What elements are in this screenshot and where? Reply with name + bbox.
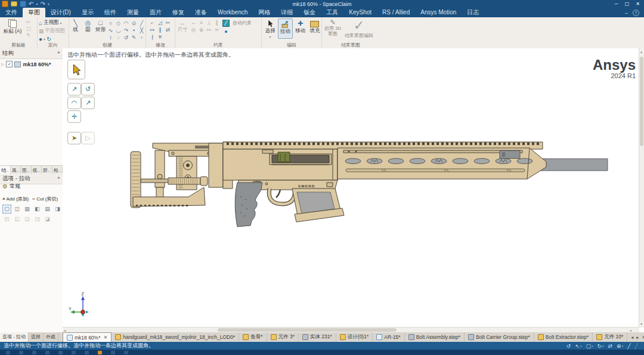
- document-tab[interactable]: Bolt Extractor.step*: [534, 332, 593, 342]
- document-tab[interactable]: Bolt Carrier Group.step*: [465, 332, 534, 342]
- cut-icon[interactable]: ✂: [26, 19, 31, 25]
- menu-tab-RS / Allied[interactable]: RS / Allied: [377, 8, 415, 17]
- bend-icon[interactable]: ≀: [107, 34, 114, 41]
- menu-tab-详细[interactable]: 详细: [275, 8, 298, 17]
- pull-option-full-round-icon[interactable]: ◳: [33, 215, 42, 224]
- document-tab[interactable]: 实体 231*: [299, 332, 336, 342]
- menu-tab-草图[interactable]: 草图: [23, 8, 45, 17]
- rifle-bolt-accent[interactable]: [278, 152, 290, 162]
- rectangle-tool-button[interactable]: □矩形: [94, 19, 107, 41]
- menu-tab-准备[interactable]: 准备: [190, 8, 212, 17]
- menu-tab-面片[interactable]: 面片: [144, 8, 167, 17]
- project-icon[interactable]: ✎: [130, 34, 138, 41]
- undo-view-icon[interactable]: ↺: [566, 343, 571, 349]
- document-tab[interactable]: 元件 10*: [593, 332, 627, 342]
- tangent-arc-icon[interactable]: ↷: [122, 27, 130, 34]
- pull-option-copy-icon[interactable]: ◫: [13, 205, 21, 214]
- measure-line-icon[interactable]: ╱: [635, 343, 638, 349]
- pull-option-ruled-icon[interactable]: ◧: [33, 205, 42, 214]
- rifle-stock-hinge[interactable]: [209, 143, 223, 187]
- sketch-line-icon[interactable]: ╱: [627, 343, 630, 349]
- center-circle-icon[interactable]: ⊙: [130, 20, 138, 27]
- perpendicular-constraint-icon[interactable]: ⊥: [205, 19, 213, 26]
- copy-icon[interactable]: ∤: [148, 33, 156, 41]
- taskbar-app-4[interactable]: [45, 351, 49, 354]
- tabs-scroll-left-icon[interactable]: ◂: [631, 335, 633, 340]
- menu-tab-Ansys Motion[interactable]: Ansys Motion: [415, 8, 462, 17]
- document-tab[interactable]: Bolt Assembly.step*: [405, 332, 465, 342]
- horizontal-scrollbar[interactable]: ◂ ▸: [63, 327, 639, 332]
- pull-tool-ribbon-button[interactable]: 拉动: [278, 18, 292, 39]
- box-select-icon[interactable]: ▢▾: [586, 343, 593, 349]
- circle-tool-button[interactable]: ◎圆: [82, 19, 94, 41]
- menu-tab-网格[interactable]: 网格: [253, 8, 275, 17]
- document-tab[interactable]: mk18 60%*✕: [63, 332, 112, 342]
- extend-icon[interactable]: ↦: [148, 26, 156, 33]
- help-icon[interactable]: ?: [633, 10, 639, 16]
- zoom-view-icon[interactable]: ⊕▾: [617, 343, 623, 349]
- cut-option[interactable]: − Cut (剪切): [32, 196, 58, 202]
- grid-icon[interactable]: ▫: [138, 34, 145, 41]
- taskbar-app-3[interactable]: [32, 351, 36, 354]
- symmetry-constraint-icon[interactable]: ≍: [213, 26, 221, 33]
- coincident-constraint-icon[interactable]: ⊕: [197, 26, 205, 33]
- line-tool-button[interactable]: ╲线: [69, 19, 82, 41]
- model-viewport[interactable]: 选中并拖动一个面进行偏移。选中并拖动一条边将其变成圆角。 ↗ ↺ ◠ ↗ ✛ ➤…: [63, 48, 644, 332]
- taskbar-app-6[interactable]: [72, 351, 76, 354]
- add-option[interactable]: + Add (添加): [2, 196, 29, 202]
- document-tab[interactable]: handguard_mk18_sword_mjolnir_18_inch_LOD…: [112, 332, 239, 342]
- visibility-checkbox[interactable]: ✓: [6, 61, 13, 67]
- general-options-row[interactable]: ⚙ 常规: [2, 183, 20, 190]
- menu-tab-文件[interactable]: 文件: [0, 8, 23, 17]
- minimize-ribbon-icon[interactable]: –: [625, 10, 628, 16]
- rifle-model[interactable]: S.W.O.R.D.: [63, 48, 644, 332]
- mirror-curve-icon[interactable]: ↺: [122, 34, 130, 41]
- taskbar-app-8[interactable]: [111, 351, 115, 354]
- horizontal-scrollbar-thumb[interactable]: [218, 328, 397, 332]
- spline-icon[interactable]: ∿: [107, 27, 114, 34]
- spin-view-icon[interactable]: ↻▾: [597, 343, 603, 349]
- taskbar-app-7[interactable]: [85, 351, 89, 354]
- polygon-icon[interactable]: ◇: [114, 20, 122, 27]
- select-tool-ribbon-button[interactable]: 选择▾: [264, 18, 277, 39]
- fillet-icon[interactable]: ⌐: [148, 19, 156, 26]
- parallel-constraint-icon[interactable]: ∥: [213, 19, 221, 26]
- pull-option-both-sides-icon[interactable]: ◰: [2, 215, 11, 224]
- panel-footer-tab-选择[interactable]: 选择: [29, 332, 44, 342]
- taskbar-app-spaceclaim[interactable]: [98, 351, 102, 354]
- plan-view-button[interactable]: ▦平面视图: [38, 27, 69, 35]
- document-tab[interactable]: 设计(0)1*: [336, 332, 373, 342]
- document-tab[interactable]: AR-15*: [373, 332, 404, 342]
- chamfer-icon[interactable]: ◿: [156, 19, 164, 26]
- taskbar-app-9[interactable]: [124, 351, 128, 354]
- layout-dot-icon[interactable]: ●: [222, 29, 230, 35]
- sweep-arc-icon[interactable]: ◡: [114, 27, 122, 34]
- pull-option-detach-icon[interactable]: ◪: [43, 215, 52, 224]
- document-tab[interactable]: 元件 3*: [267, 332, 299, 342]
- offset-curve-icon[interactable]: ◌: [114, 34, 122, 41]
- options-flyout-icon[interactable]: ▸: [58, 175, 60, 183]
- menu-tab-工具[interactable]: 工具: [321, 8, 343, 17]
- move-tool-ribbon-button[interactable]: ✚ 移动: [294, 18, 307, 39]
- offset-icon[interactable]: ∥: [156, 26, 164, 33]
- tabs-close-icon[interactable]: ✕: [642, 335, 644, 340]
- panel-flyout-icon[interactable]: ▸: [58, 50, 60, 57]
- vertical-scrollbar[interactable]: ▴ ▾: [639, 48, 644, 328]
- auto-constrain-button[interactable]: 自动约束: [231, 19, 253, 26]
- menu-tab-日志[interactable]: 日志: [462, 8, 484, 17]
- menu-tab-Workbench[interactable]: Workbench: [212, 8, 253, 17]
- point-icon[interactable]: •: [130, 27, 138, 34]
- pull-option-draft-icon[interactable]: ▨: [23, 205, 32, 214]
- home-view-button[interactable]: ⌂主视图▾: [38, 18, 69, 27]
- pull-option-up-to-icon[interactable]: ◲: [23, 215, 32, 224]
- fill-tool-ribbon-button[interactable]: 填充: [308, 18, 321, 39]
- rifle-upper-receiver[interactable]: [223, 149, 338, 180]
- pan-view-icon[interactable]: ⇄: [608, 343, 613, 349]
- midpoint-constraint-icon[interactable]: ↦: [205, 26, 213, 33]
- trim-icon[interactable]: ✂: [164, 19, 172, 26]
- rifle-pistol-grip[interactable]: [235, 183, 262, 227]
- split-icon[interactable]: ╳: [138, 27, 145, 34]
- taskbar-app-2[interactable]: [19, 351, 23, 354]
- delete-icon[interactable]: ✕: [156, 33, 164, 41]
- horizontal-constraint-icon[interactable]: ↔: [190, 19, 197, 26]
